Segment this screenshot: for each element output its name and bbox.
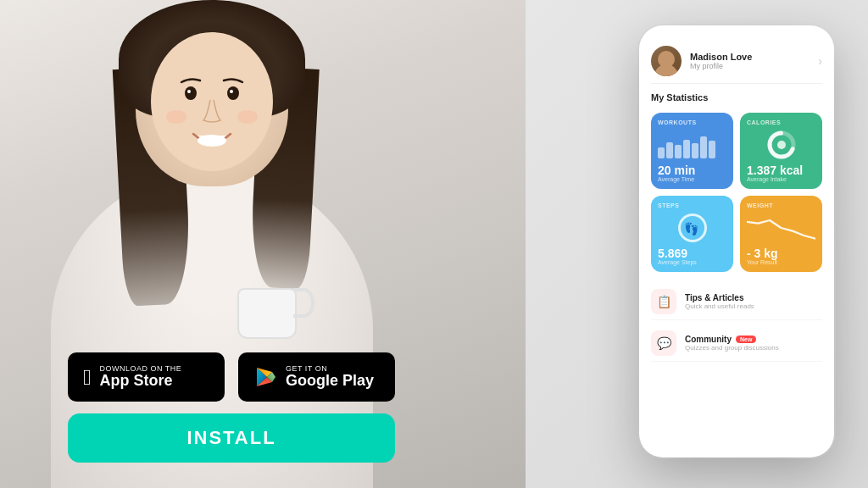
profile-sub: My profile [690, 62, 752, 70]
weight-line-chart [747, 213, 815, 243]
profile-name: Madison Love [690, 52, 752, 62]
google-play-button[interactable]: GET IT ON Google Play [238, 352, 395, 402]
calories-sub: Average Intake [747, 176, 815, 182]
phone-screen: Madison Love My profile › My Statistics … [651, 42, 822, 446]
svg-point-5 [198, 135, 226, 147]
google-play-icon [253, 365, 277, 389]
steps-sub: Average Steps [658, 259, 726, 265]
svg-point-7 [237, 110, 258, 124]
install-button[interactable]: INSTALL [68, 413, 395, 463]
donut-container [747, 130, 815, 160]
weight-label: WEIGHT [747, 202, 815, 208]
bar-6 [700, 136, 707, 158]
calories-label: CALORIES [747, 119, 815, 125]
bar-7 [709, 141, 715, 158]
avatar [651, 46, 682, 76]
svg-text:👣: 👣 [684, 222, 699, 236]
tips-title: Tips & Articles [685, 293, 754, 302]
community-sub: Quizzes and group discussions [685, 344, 779, 352]
steps-card: STEPS 👣 5.869 Average Steps [651, 196, 733, 272]
svg-point-4 [230, 90, 233, 93]
app-store-label: App Store [100, 373, 173, 390]
weight-sub: Your Result [747, 259, 815, 265]
weight-value: - 3 kg [747, 247, 815, 259]
menu-items: 📋 Tips & Articles Quick and useful reads… [651, 280, 822, 362]
svg-point-1 [185, 86, 197, 100]
bar-3 [675, 145, 682, 158]
profile-section: Madison Love My profile › [651, 42, 822, 84]
bar-4 [683, 140, 690, 158]
new-badge: New [736, 336, 756, 343]
workouts-bar-chart [658, 131, 726, 158]
chevron-right-icon: › [818, 54, 822, 68]
community-title: Community New [685, 335, 779, 344]
phone-mockup: Madison Love My profile › My Statistics … [639, 25, 834, 458]
profile-info: Madison Love My profile [690, 52, 752, 70]
bar-2 [666, 142, 673, 158]
avatar-body [654, 64, 678, 76]
bottom-section:  Download on the App Store [68, 352, 395, 463]
face-details [144, 25, 280, 178]
google-play-label: Google Play [286, 373, 374, 390]
mug-handle [293, 288, 314, 318]
stats-grid: WORKOUTS 20 min Average Time CALORIES [651, 113, 822, 272]
svg-point-0 [151, 32, 273, 171]
store-buttons:  Download on the App Store [68, 352, 395, 402]
tips-menu-item[interactable]: 📋 Tips & Articles Quick and useful reads [651, 284, 822, 320]
steps-label: STEPS [658, 202, 726, 208]
stats-title: My Statistics [651, 92, 822, 103]
bar-5 [692, 143, 698, 158]
workouts-value: 20 min [658, 164, 726, 176]
steps-value: 5.869 [658, 247, 726, 259]
bar-1 [658, 147, 665, 158]
svg-point-2 [227, 86, 239, 100]
profile-left: Madison Love My profile [651, 46, 752, 76]
community-menu-item[interactable]: 💬 Community New Quizzes and group discus… [651, 325, 822, 362]
workouts-sub: Average Time [658, 176, 726, 182]
mug [237, 288, 297, 339]
community-icon: 💬 [651, 330, 676, 356]
footsteps-icon: 👣 [684, 219, 701, 236]
steps-circle-icon: 👣 [678, 214, 707, 242]
calories-value: 1.387 kcal [747, 164, 815, 176]
tips-sub: Quick and useful reads [685, 302, 754, 310]
apple-icon:  [83, 364, 92, 391]
svg-point-10 [777, 141, 786, 149]
workouts-card: WORKOUTS 20 min Average Time [651, 113, 733, 189]
community-info: Community New Quizzes and group discussi… [685, 335, 779, 352]
calories-card: CALORIES 1.387 kcal Average Intake [740, 113, 822, 189]
donut-chart [766, 130, 797, 160]
tips-icon: 📋 [651, 289, 676, 314]
steps-icon-container: 👣 [658, 213, 726, 243]
weight-card: WEIGHT - 3 kg Your Result [740, 196, 822, 272]
svg-point-3 [187, 90, 191, 93]
tips-info: Tips & Articles Quick and useful reads [685, 293, 754, 310]
app-store-button[interactable]:  Download on the App Store [68, 352, 225, 402]
workouts-label: WORKOUTS [658, 119, 726, 125]
weight-chart-svg [747, 213, 815, 243]
svg-point-6 [166, 110, 186, 124]
